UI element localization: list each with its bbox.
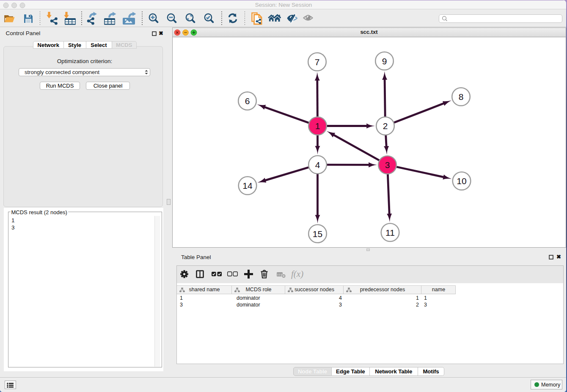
svg-text:3: 3 bbox=[385, 160, 390, 170]
svg-text:10: 10 bbox=[457, 176, 466, 186]
svg-text:2: 2 bbox=[383, 121, 388, 131]
svg-text:14: 14 bbox=[242, 181, 253, 190]
svg-text:6: 6 bbox=[245, 96, 250, 106]
svg-text:8: 8 bbox=[459, 92, 464, 102]
svg-text:11: 11 bbox=[385, 228, 395, 237]
svg-text:7: 7 bbox=[315, 57, 320, 67]
svg-text:4: 4 bbox=[315, 160, 320, 170]
svg-text:15: 15 bbox=[313, 229, 322, 239]
svg-text:1: 1 bbox=[315, 121, 320, 131]
svg-text:9: 9 bbox=[382, 56, 387, 66]
